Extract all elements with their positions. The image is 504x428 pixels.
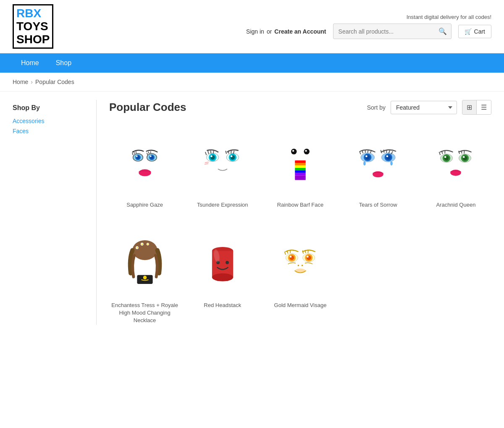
svg-rect-30 xyxy=(295,176,305,180)
svg-point-55 xyxy=(141,244,142,245)
product-name-red-headstack: Red Headstack xyxy=(204,302,241,309)
svg-point-22 xyxy=(305,150,307,152)
view-toggle: ⊞ ☰ xyxy=(462,100,491,115)
breadcrumb: Home › Popular Codes xyxy=(0,73,504,92)
product-name-tears-of-sorrow: Tears of Sorrow xyxy=(359,201,397,209)
sidebar-title: Shop By xyxy=(13,104,88,112)
search-button[interactable]: 🔍 xyxy=(434,24,451,39)
svg-point-50 xyxy=(451,170,462,176)
cart-icon: 🛒 xyxy=(465,28,472,35)
list-view-button[interactable]: ☰ xyxy=(476,100,491,114)
cart-button[interactable]: 🛒 Cart xyxy=(458,25,491,38)
nav-home[interactable]: Home xyxy=(13,53,47,73)
svg-point-73 xyxy=(307,256,309,258)
product-name-gold-mermaid: Gold Mermaid Visage xyxy=(274,302,327,309)
svg-point-7 xyxy=(150,155,152,157)
product-card-tsundere[interactable]: Tsundere Expression xyxy=(187,125,258,208)
main-content: Shop By Accessories Faces Popular Codes … xyxy=(0,92,504,333)
breadcrumb-home[interactable]: Home xyxy=(13,79,28,85)
svg-point-20 xyxy=(304,149,310,155)
svg-rect-24 xyxy=(295,160,305,163)
logo-rbx: RBX xyxy=(16,7,41,20)
svg-point-34 xyxy=(365,155,368,158)
svg-point-12 xyxy=(210,155,213,158)
svg-rect-28 xyxy=(295,171,305,173)
product-card-arachnid-queen[interactable]: Arachnid Queen xyxy=(420,125,491,208)
products-area: Popular Codes Sort by Featured Price: Lo… xyxy=(97,100,491,324)
product-name-tsundere: Tsundere Expression xyxy=(197,201,248,209)
product-image-sapphire-gaze xyxy=(109,125,180,196)
create-account-link[interactable]: Create an Account xyxy=(274,28,326,35)
header-right: Instant digital delivery for all codes! … xyxy=(246,14,491,39)
svg-point-51 xyxy=(132,240,157,260)
product-image-red-headstack xyxy=(187,226,258,297)
product-name-enchantess: Enchantess Tress + Royale High Mood Chan… xyxy=(109,302,180,325)
svg-point-69 xyxy=(290,256,292,258)
or-separator: or xyxy=(267,28,272,35)
cart-label: Cart xyxy=(474,28,485,35)
svg-point-21 xyxy=(292,150,294,152)
svg-rect-25 xyxy=(295,163,305,165)
svg-point-64 xyxy=(226,261,229,264)
logo-shop: SHOP xyxy=(16,33,50,46)
svg-rect-27 xyxy=(295,168,305,171)
product-card-rainbow-barf[interactable]: Rainbow Barf Face xyxy=(265,125,336,208)
page-title: Popular Codes xyxy=(109,101,186,114)
sort-controls: Sort by Featured Price: Low to High Pric… xyxy=(367,100,491,115)
svg-point-53 xyxy=(136,247,137,248)
auth-search-row: Sign in or Create an Account 🔍 🛒 Cart xyxy=(246,24,491,39)
product-name-rainbow-barf: Rainbow Barf Face xyxy=(277,201,324,209)
svg-point-59 xyxy=(143,276,146,279)
sidebar-item-faces[interactable]: Faces xyxy=(13,128,88,134)
product-grid-row2: Enchantess Tress + Royale High Mood Chan… xyxy=(109,226,491,325)
sidebar-links: Accessories Faces xyxy=(13,118,88,134)
product-grid-row1: Sapphire Gaze xyxy=(109,125,491,208)
svg-point-74 xyxy=(298,265,299,267)
svg-point-3 xyxy=(136,155,138,157)
svg-point-57 xyxy=(147,244,148,245)
auth-links: Sign in or Create an Account xyxy=(246,28,326,35)
svg-line-17 xyxy=(205,162,209,163)
product-card-gold-mermaid[interactable]: Gold Mermaid Visage xyxy=(265,226,336,325)
svg-point-19 xyxy=(291,149,297,155)
product-card-enchantess[interactable]: Enchantess Tress + Royale High Mood Chan… xyxy=(109,226,180,325)
product-image-gold-mermaid xyxy=(265,226,336,297)
breadcrumb-separator: › xyxy=(31,79,33,85)
product-image-enchantess xyxy=(109,226,180,297)
product-card-red-headstack[interactable]: Red Headstack xyxy=(187,226,258,325)
tagline: Instant digital delivery for all codes! xyxy=(407,14,491,20)
svg-line-18 xyxy=(205,163,208,164)
svg-point-45 xyxy=(444,156,446,158)
sort-label: Sort by xyxy=(367,104,386,111)
product-name-arachnid-queen: Arachnid Queen xyxy=(436,201,475,209)
svg-point-75 xyxy=(302,265,303,267)
signin-link[interactable]: Sign in xyxy=(246,28,264,35)
product-card-sapphire-gaze[interactable]: Sapphire Gaze xyxy=(109,125,180,208)
product-image-tsundere xyxy=(187,125,258,196)
svg-point-38 xyxy=(386,155,388,158)
product-image-tears-of-sorrow xyxy=(343,125,414,196)
sort-select[interactable]: Featured Price: Low to High Price: High … xyxy=(391,101,457,114)
logo-toys: TOYS xyxy=(16,20,48,33)
logo[interactable]: RBX TOYS SHOP xyxy=(13,4,53,49)
product-name-sapphire-gaze: Sapphire Gaze xyxy=(126,201,163,209)
header: RBX TOYS SHOP Instant digital delivery f… xyxy=(0,0,504,53)
nav-bar: Home Shop xyxy=(0,53,504,73)
sidebar-item-accessories[interactable]: Accessories xyxy=(13,118,88,124)
product-image-rainbow-barf xyxy=(265,125,336,196)
nav-shop[interactable]: Shop xyxy=(47,53,80,73)
grid-view-button[interactable]: ⊞ xyxy=(462,100,476,114)
sort-bar: Popular Codes Sort by Featured Price: Lo… xyxy=(109,100,491,115)
search-bar: 🔍 xyxy=(333,24,452,39)
search-input[interactable] xyxy=(333,25,434,38)
product-card-tears-of-sorrow[interactable]: Tears of Sorrow xyxy=(343,125,414,208)
product-image-arachnid-queen xyxy=(420,125,491,196)
sidebar: Shop By Accessories Faces xyxy=(13,100,97,324)
svg-point-8 xyxy=(139,169,151,176)
svg-rect-29 xyxy=(295,173,305,176)
svg-rect-26 xyxy=(295,165,305,168)
breadcrumb-current: Popular Codes xyxy=(35,79,74,85)
svg-point-76 xyxy=(295,269,306,273)
svg-point-41 xyxy=(373,171,383,178)
svg-point-49 xyxy=(463,156,465,158)
